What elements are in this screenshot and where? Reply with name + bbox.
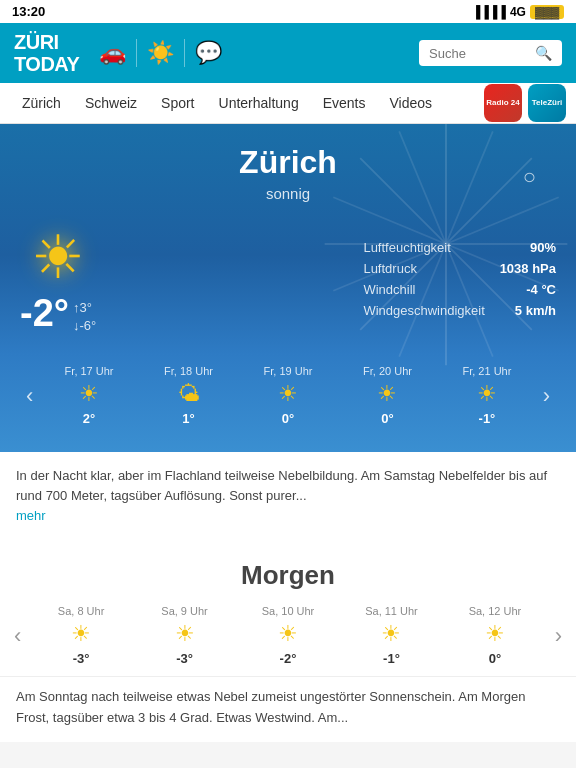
morgen-prev-arrow[interactable]: ‹ [6,623,29,649]
morgen-item: Sa, 8 Uhr ☀ -3° [29,605,132,666]
header-icons: 🚗 ☀️ 💬 [99,39,222,67]
forecast-item: Fr, 21 Uhr ☀ -1° [437,365,536,426]
forecast-item: Fr, 18 Uhr 🌤 1° [139,365,238,426]
morgen-desc-text: Am Sonntag nach teilweise etwas Nebel zu… [16,689,525,724]
forecast-temp: 0° [381,411,393,426]
weather-search-icon[interactable]: ○ [523,164,536,190]
weather-stats-list: Luftfeuchtigkeit90%Luftdruck1038 hPaWind… [363,237,556,321]
morgen-description: Am Sonntag nach teilweise etwas Nebel zu… [0,676,576,741]
search-input[interactable] [429,46,529,61]
morgen-time: Sa, 9 Uhr [161,605,207,617]
stat-label: Luftdruck [363,261,416,276]
weather-stat-row: Luftdruck1038 hPa [363,258,556,279]
signal-bars-icon: ▐▐▐▐ [472,5,506,19]
forecast-strip: ‹ Fr, 17 Uhr ☀ 2° Fr, 18 Uhr 🌤 1° Fr, 19… [20,355,556,432]
morgen-temp: -3° [176,651,193,666]
forecast-time: Fr, 17 Uhr [65,365,114,377]
weather-more-link[interactable]: mehr [16,508,46,523]
morgen-item: Sa, 10 Uhr ☀ -2° [236,605,339,666]
forecast-temp: -1° [479,411,496,426]
stat-value: 5 km/h [515,303,556,318]
status-right: ▐▐▐▐ 4G ▓▓▓ [472,5,564,19]
forecast-temp: 0° [282,411,294,426]
stat-value: 1038 hPa [500,261,556,276]
morgen-section: Morgen ‹ Sa, 8 Uhr ☀ -3° Sa, 9 Uhr ☀ -3°… [0,540,576,741]
logo[interactable]: ZÜRI TODAY [14,31,79,75]
morgen-temp: -3° [73,651,90,666]
weather-temp-row: -2° ↑3° ↓-6° [20,292,96,335]
stat-label: Windgeschwindigkeit [363,303,484,318]
morgen-next-arrow[interactable]: › [547,623,570,649]
nav-bar: Zürich Schweiz Sport Unterhaltung Events… [0,83,576,124]
weather-city: Zürich [20,144,556,181]
nav-item-unterhaltung[interactable]: Unterhaltung [207,83,311,123]
nav-item-zurich[interactable]: Zürich [10,83,73,123]
network-type: 4G [510,5,526,19]
morgen-scroll: Sa, 8 Uhr ☀ -3° Sa, 9 Uhr ☀ -3° Sa, 10 U… [29,605,546,666]
forecast-time: Fr, 18 Uhr [164,365,213,377]
weather-header-icon[interactable]: ☀️ [147,40,174,66]
logo-line2: TODAY [14,53,79,75]
car-icon[interactable]: 🚗 [99,40,126,66]
morgen-item: Sa, 12 Uhr ☀ 0° [443,605,546,666]
forecast-item: Fr, 20 Uhr ☀ 0° [338,365,437,426]
search-box[interactable]: 🔍 [419,40,562,66]
morgen-icon: ☀ [381,621,401,647]
morgen-temp: -2° [280,651,297,666]
badge-radio24-label: Radio 24 [486,98,519,108]
status-time: 13:20 [12,4,45,19]
forecast-icon: 🌤 [178,381,200,407]
morgen-strip: ‹ Sa, 8 Uhr ☀ -3° Sa, 9 Uhr ☀ -3° Sa, 10… [0,605,576,676]
nav-item-videos[interactable]: Videos [378,83,445,123]
status-bar: 13:20 ▐▐▐▐ 4G ▓▓▓ [0,0,576,23]
sun-icon-main: ☀ [31,222,85,292]
weather-high: ↑3° [73,299,92,317]
battery-icon: ▓▓▓ [530,5,564,19]
divider1 [136,39,137,67]
stat-label: Windchill [363,282,415,297]
morgen-time: Sa, 10 Uhr [262,605,315,617]
morgen-time: Sa, 12 Uhr [469,605,522,617]
nav-item-sport[interactable]: Sport [149,83,206,123]
forecast-icon: ☀ [79,381,99,407]
weather-low: ↓-6° [73,317,96,335]
whatsapp-icon[interactable]: 💬 [195,40,222,66]
morgen-icon: ☀ [175,621,195,647]
morgen-item: Sa, 9 Uhr ☀ -3° [133,605,236,666]
stat-value: 90% [530,240,556,255]
search-icon: 🔍 [535,45,552,61]
morgen-icon: ☀ [71,621,91,647]
morgen-icon: ☀ [278,621,298,647]
badge-radio24[interactable]: Radio 24 [484,84,522,122]
nav-right-badges: Radio 24 TeleZüri [484,84,566,122]
weather-hilo: ↑3° ↓-6° [73,299,96,335]
forecast-item: Fr, 19 Uhr ☀ 0° [238,365,337,426]
nav-item-schweiz[interactable]: Schweiz [73,83,149,123]
forecast-item: Fr, 17 Uhr ☀ 2° [39,365,138,426]
badge-telezuri[interactable]: TeleZüri [528,84,566,122]
weather-condition: sonnig [20,185,556,202]
forecast-time: Fr, 21 Uhr [462,365,511,377]
forecast-temp: 2° [83,411,95,426]
weather-desc-text: In der Nacht klar, aber im Flachland tei… [16,468,547,503]
forecast-icon: ☀ [477,381,497,407]
weather-stat-row: Windchill-4 °C [363,279,556,300]
weather-stat-row: Windgeschwindigkeit5 km/h [363,300,556,321]
morgen-title: Morgen [0,560,576,591]
weather-widget: Zürich ○ sonnig ☀ -2° ↑3° ↓-6° Luftfeuch… [0,124,576,452]
forecast-icon: ☀ [278,381,298,407]
morgen-item: Sa, 11 Uhr ☀ -1° [340,605,443,666]
forecast-next-arrow[interactable]: › [537,383,556,409]
badge-telezuri-label: TeleZüri [532,98,563,108]
nav-items: Zürich Schweiz Sport Unterhaltung Events… [10,83,484,123]
morgen-icon: ☀ [485,621,505,647]
morgen-temp: 0° [489,651,501,666]
nav-item-events[interactable]: Events [311,83,378,123]
morgen-time: Sa, 8 Uhr [58,605,104,617]
stat-label: Luftfeuchtigkeit [363,240,450,255]
forecast-time: Fr, 19 Uhr [264,365,313,377]
weather-left: ☀ -2° ↑3° ↓-6° [20,222,96,335]
forecast-prev-arrow[interactable]: ‹ [20,383,39,409]
forecast-time: Fr, 20 Uhr [363,365,412,377]
morgen-time: Sa, 11 Uhr [365,605,418,617]
